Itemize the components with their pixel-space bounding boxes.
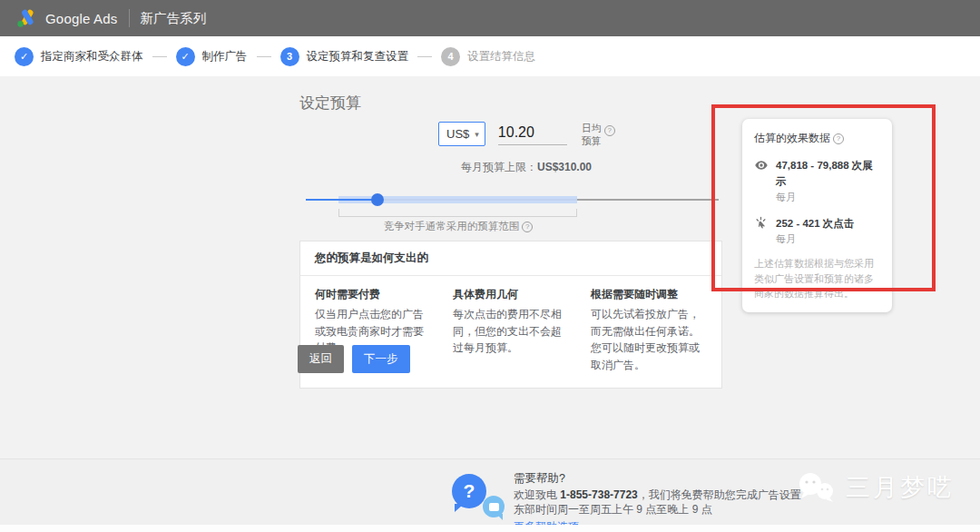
monthly-cap-label: 每月预算上限： [461,161,537,173]
google-ads-logo-icon [16,8,38,28]
step-label: 制作广告 [202,49,248,64]
estimates-card: 估算的效果数据 ? 47,818 - 79,888 次展示 每月 [742,119,892,312]
budget-amount-wrap [498,122,567,145]
google-ads-budget-screen: Google Ads 新广告系列 ✓ 指定商家和受众群体 ✓ 制作广告 3 设定… [0,0,980,532]
phone-number: 1-855-738-7723 [560,488,637,501]
currency-select[interactable]: US$ ▾ [438,122,485,146]
help-icon[interactable]: ? [833,133,844,144]
eye-icon [754,158,769,204]
monthly-cap-value: US$310.00 [537,161,592,173]
monthly-cap: 每月预算上限：US$310.00 [461,160,592,175]
help-title: 需要帮助? [514,471,801,487]
watermark-text: 三月梦呓 [846,471,955,504]
currency-value: US$ [446,127,469,141]
chevron-down-icon: ▾ [475,130,479,139]
daily-label-line2: 预算 [582,135,602,146]
step-label: 设定预算和复查设置 [307,49,409,64]
page-title: 设定预算 [299,93,361,113]
step-create-ad[interactable]: ✓ 制作广告 [176,47,248,66]
action-buttons: 返回 下一步 [298,345,410,373]
estimates-title: 估算的效果数据 [754,131,830,146]
step-billing[interactable]: 4 设置结算信息 [441,47,535,66]
campaign-title: 新广告系列 [141,10,207,27]
step-label: 设置结算信息 [467,49,535,64]
step-connector [417,56,432,57]
back-button[interactable]: 返回 [298,345,344,373]
help-hours-line: 东部时间周一至周五上午 9 点至晚上 9 点 [514,503,801,517]
budget-amount-input[interactable] [498,122,567,144]
step-connector [152,56,167,57]
main-content: 设定预算 US$ ▾ 日均 预算 ? 每月预算上限：US$310.00 [0,76,980,458]
help-icon[interactable]: ? [604,125,615,136]
spend-col-cost: 具体费用几何 每次点击的费用不尽相同，但您的支出不会超过每月预算。 [453,287,591,373]
step-check-icon: ✓ [176,47,195,66]
budget-input-row: US$ ▾ 日均 预算 ? [438,122,615,148]
estimates-disclaimer: 上述估算数据根据与您采用类似广告设置和预算的诸多商家的数据推算得出。 [754,256,880,301]
chat-glyph [489,503,499,511]
daily-label-line1: 日均 [582,123,602,133]
help-text-block: 需要帮助? 欢迎致电 1-855-738-7723，我们将免费帮助您完成广告设置… [514,471,801,532]
next-button[interactable]: 下一步 [352,345,410,373]
chat-bubble-icon[interactable] [483,496,505,517]
daily-budget-label: 日均 预算 ? [582,122,615,148]
help-icon[interactable]: ? [522,222,533,232]
click-icon [754,216,769,246]
impressions-estimate: 47,818 - 79,888 次展示 每月 [754,156,880,204]
stepper: ✓ 指定商家和受众群体 ✓ 制作广告 3 设定预算和复查设置 4 设置结算信息 [0,36,980,76]
slider-fill [306,199,377,201]
spend-col-adjust: 根据需要随时调整 可以先试着投放广告，而无需做出任何承诺。您可以随时更改预算或取… [591,287,707,373]
step-number-icon: 3 [280,47,299,66]
step-check-icon: ✓ [15,47,34,66]
step-connector [257,56,271,57]
step-audience[interactable]: ✓ 指定商家和受众群体 [15,47,143,66]
step-label: 指定商家和受众群体 [41,49,143,64]
competitor-range-bracket [338,209,577,217]
bottom-strip [0,525,980,532]
help-phone-line: 欢迎致电 1-855-738-7723，我们将免费帮助您完成广告设置 [514,488,801,503]
budget-slider: 竞争对手通常采用的预算范围 ? [306,191,719,241]
slider-thumb[interactable] [371,193,384,206]
topbar: Google Ads 新广告系列 [0,0,980,36]
step-budget[interactable]: 3 设定预算和复查设置 [280,47,409,66]
watermark: 三月梦呓 [797,471,955,504]
help-bubble-icon[interactable]: ? [452,474,486,508]
step-number-icon: 4 [441,47,460,66]
competitor-range-label: 竞争对手通常采用的预算范围 ? [338,220,577,233]
clicks-estimate: 252 - 421 次点击 每月 [754,214,880,246]
wechat-icon [797,471,837,504]
brand-name: Google Ads [45,11,118,26]
spend-panel-header: 您的预算是如何支出的 [300,241,721,276]
topbar-divider [129,9,130,27]
